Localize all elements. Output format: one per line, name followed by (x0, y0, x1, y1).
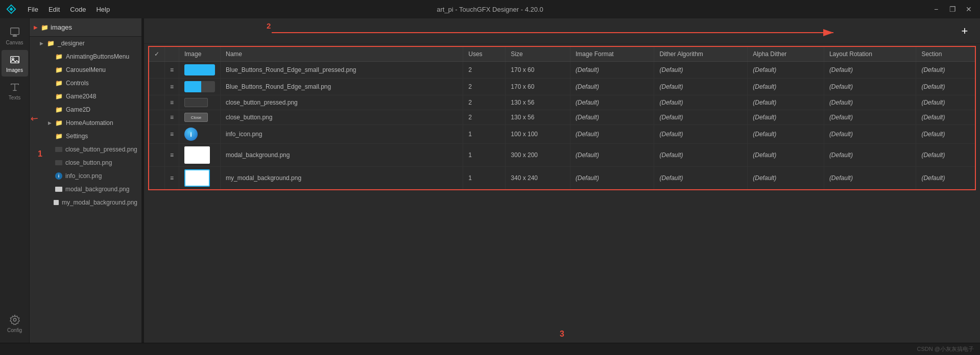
table-row[interactable]: ≡Blue_Buttons_Round_Edge_small.png2170 x… (149, 79, 975, 95)
menu-edit[interactable]: Edit (43, 3, 65, 16)
col-alphadither: Alpha Dither (748, 46, 824, 62)
tree-item-close-pressed[interactable]: close_button_pressed.png (30, 143, 141, 156)
tree-item-settings[interactable]: 📁 Settings (30, 130, 141, 143)
texts-icon (9, 82, 20, 93)
row-layoutrotation: (Default) (824, 110, 916, 125)
tree-header-arrow: ▶ (34, 24, 38, 30)
row-name: Blue_Buttons_Round_Edge_small.png (221, 79, 463, 95)
close-button[interactable]: ✕ (962, 4, 976, 14)
col-check: ✓ (149, 46, 165, 62)
menu-code[interactable]: Code (65, 3, 91, 16)
table-row[interactable]: ≡Blue_Buttons_Round_Edge_small_pressed.p… (149, 62, 975, 79)
sidebar-item-texts[interactable]: Texts (2, 78, 28, 104)
row-alphadither: (Default) (748, 167, 824, 190)
file-thumb-icon (55, 160, 62, 165)
row-imageformat: (Default) (570, 79, 654, 95)
tree-header-folder-icon: 📁 (41, 24, 49, 31)
row-name: close_button.png (221, 110, 463, 125)
row-drag-handle[interactable]: ≡ (165, 95, 179, 110)
row-drag-handle[interactable]: ≡ (165, 79, 179, 95)
add-image-button[interactable]: + (958, 24, 972, 38)
row-check (149, 110, 165, 125)
row-thumbnail (179, 79, 221, 95)
tree-item-carousel[interactable]: 📁 CarouselMenu (30, 63, 141, 77)
minimize-button[interactable]: − (929, 4, 943, 14)
file-thumb-icon (54, 200, 59, 205)
row-name: my_modal_background.png (221, 167, 463, 190)
annotation-3: 3 (144, 325, 980, 343)
row-layoutrotation: (Default) (824, 167, 916, 190)
row-drag-handle[interactable]: ≡ (165, 125, 179, 144)
tree-item-designer[interactable]: ▶ 📁 _designer (30, 37, 141, 50)
row-check (149, 79, 165, 95)
row-drag-handle[interactable]: ≡ (165, 110, 179, 125)
images-table: ✓ Image Name Uses Size Image Format Dith… (148, 46, 976, 190)
images-icon (9, 54, 20, 65)
svg-rect-0 (10, 28, 19, 34)
row-section: (Default) (916, 79, 975, 95)
table-row[interactable]: ≡Closeclose_button.png2130 x 56(Default)… (149, 110, 975, 125)
tree-item-game2d[interactable]: 📁 Game2D (30, 103, 141, 116)
row-layoutrotation: (Default) (824, 144, 916, 167)
row-section: (Default) (916, 125, 975, 144)
annotation-arrow-2 (246, 22, 859, 43)
row-size: 170 x 60 (506, 62, 570, 79)
row-uses: 1 (463, 125, 506, 144)
tree-item-controls[interactable]: 📁 Controls (30, 77, 141, 90)
canvas-icon (9, 27, 20, 38)
sidebar-item-images[interactable]: Images (2, 50, 28, 77)
table-row[interactable]: ≡iinfo_icon.png1100 x 100(Default)(Defau… (149, 125, 975, 144)
row-section: (Default) (916, 95, 975, 110)
row-name: info_icon.png (221, 125, 463, 144)
tree-item-modal[interactable]: modal_background.png (30, 183, 141, 196)
credit-text: CSDN @小灰灰搞电子 (917, 345, 974, 353)
tree-header-label: images (51, 23, 72, 31)
row-drag-handle[interactable]: ≡ (165, 62, 179, 79)
menu-help[interactable]: Help (91, 3, 115, 16)
row-ditheralgorithm: (Default) (654, 110, 748, 125)
row-name: Blue_Buttons_Round_Edge_small_pressed.pn… (221, 62, 463, 79)
row-check (149, 167, 165, 190)
maximize-button[interactable]: ❐ (945, 4, 960, 14)
tree-item-homeauto[interactable]: ▶ 📁 HomeAutomation (30, 116, 141, 130)
main-layout: 1 ↙ Canvas Images Text (0, 18, 980, 343)
tree-item-game2048[interactable]: 📁 Game2048 (30, 90, 141, 103)
row-thumbnail: Close (179, 110, 221, 125)
tree-item-info[interactable]: i info_icon.png (30, 169, 141, 183)
tree-header: ▶ 📁 images (30, 18, 141, 37)
row-section: (Default) (916, 167, 975, 190)
row-ditheralgorithm: (Default) (654, 95, 748, 110)
table-row[interactable]: ≡modal_background.png1300 x 200(Default)… (149, 144, 975, 167)
tree-item-mymodal[interactable]: my_modal_background.png (30, 196, 141, 209)
sidebar-item-config[interactable]: Config (2, 310, 28, 337)
col-layoutrotation: Layout Rotation (824, 46, 916, 62)
table-container: ✓ Image Name Uses Size Image Format Dith… (144, 44, 980, 325)
file-thumb-icon (55, 147, 62, 152)
table-row[interactable]: ≡close_button_pressed.png2130 x 56(Defau… (149, 95, 975, 110)
row-thumbnail (179, 167, 221, 190)
row-ditheralgorithm: (Default) (654, 144, 748, 167)
bottom-bar: CSDN @小灰灰搞电子 (0, 343, 980, 355)
row-layoutrotation: (Default) (824, 95, 916, 110)
title-bar: File Edit Code Help art_pi - TouchGFX De… (0, 0, 980, 18)
row-imageformat: (Default) (570, 62, 654, 79)
row-drag-handle[interactable]: ≡ (165, 167, 179, 190)
row-size: 300 x 200 (506, 144, 570, 167)
menu-bar: File Edit Code Help (22, 3, 115, 16)
row-section: (Default) (916, 110, 975, 125)
tree-sidebar: ▶ 📁 images ▶ 📁 _designer 📁 AnimatingButt… (30, 18, 142, 343)
content-toolbar: 2 + (144, 18, 980, 44)
row-ditheralgorithm: (Default) (654, 167, 748, 190)
row-drag-handle[interactable]: ≡ (165, 144, 179, 167)
sidebar-item-canvas[interactable]: Canvas (2, 22, 28, 49)
folder-icon: 📁 (55, 66, 63, 73)
row-thumbnail: i (179, 125, 221, 144)
menu-file[interactable]: File (22, 3, 43, 16)
row-size: 100 x 100 (506, 125, 570, 144)
tree-item-animating[interactable]: 📁 AnimatingButtonsMenu (30, 50, 141, 63)
table-row[interactable]: ≡my_modal_background.png1340 x 240(Defau… (149, 167, 975, 190)
row-layoutrotation: (Default) (824, 62, 916, 79)
svg-rect-1 (13, 35, 16, 36)
tree-item-close[interactable]: close_button.png (30, 156, 141, 169)
row-uses: 2 (463, 110, 506, 125)
